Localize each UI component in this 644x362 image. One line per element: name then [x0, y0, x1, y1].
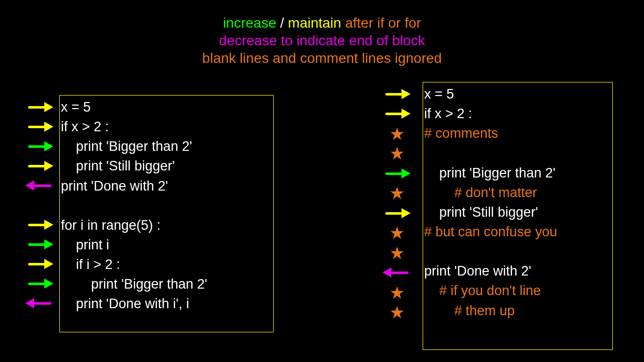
word-increase: increase	[223, 15, 276, 31]
arrow-right-icon	[382, 109, 411, 119]
star-icon: ★	[382, 129, 405, 139]
header: increase / maintain after if or for decr…	[0, 0, 644, 67]
header-line-2: decrease to indicate end of block	[0, 32, 644, 49]
left-gutter	[25, 97, 58, 313]
code-line: # but can confuse you	[424, 222, 612, 242]
code-line: # don't matter	[424, 183, 612, 203]
code-line: # them up	[424, 301, 612, 321]
header-line-1: increase / maintain after if or for	[0, 14, 644, 32]
code-line: x = 5	[424, 84, 612, 104]
arrow-right-icon	[25, 220, 53, 230]
right-gutter: ★★★★★★★	[382, 84, 422, 322]
gutter-marker	[25, 234, 58, 254]
gutter-marker	[25, 195, 58, 215]
gutter-marker	[382, 84, 422, 104]
gutter-marker: ★	[382, 243, 422, 263]
star-icon: ★	[382, 188, 405, 198]
gutter-marker	[25, 175, 58, 195]
left-code-box: x = 5 if x > 2 : print 'Bigger than 2' p…	[59, 95, 274, 332]
star-icon: ★	[382, 228, 405, 238]
header-line-3: blank lines and comment lines ignored	[0, 49, 644, 67]
arrow-right-icon	[382, 208, 411, 218]
gutter-marker	[382, 163, 422, 184]
star-icon: ★	[382, 288, 405, 298]
code-line: print 'Still bigger'	[424, 203, 612, 222]
arrow-left-icon	[25, 180, 53, 191]
star-icon: ★	[382, 248, 405, 258]
gutter-marker	[25, 293, 58, 313]
arrow-right-icon	[25, 259, 53, 269]
code-line: print 'Done with 2'	[424, 261, 612, 281]
word-slash: /	[280, 15, 284, 31]
gutter-marker	[25, 117, 58, 136]
gutter-marker	[382, 104, 422, 124]
word-rest: after if or for	[345, 15, 421, 31]
arrow-right-icon	[25, 279, 53, 289]
code-line: print 'Bigger than 2'	[424, 163, 612, 183]
star-icon: ★	[382, 148, 405, 158]
arrow-right-icon	[25, 122, 53, 132]
gutter-marker	[382, 203, 422, 223]
code-line: if x > 2 :	[424, 104, 612, 124]
arrow-left-icon	[25, 298, 53, 308]
star-icon: ★	[382, 307, 405, 317]
arrow-right-icon	[382, 89, 411, 99]
gutter-marker	[25, 254, 58, 274]
gutter-marker	[25, 97, 58, 117]
gutter-marker: ★	[382, 144, 422, 164]
word-maintain: maintain	[288, 15, 341, 31]
gutter-marker: ★	[382, 124, 422, 144]
gutter-marker	[382, 263, 422, 283]
arrow-right-icon	[382, 168, 411, 178]
gutter-marker	[25, 156, 58, 175]
code-line: # comments	[424, 124, 612, 143]
gutter-marker: ★	[382, 223, 422, 243]
gutter-marker	[25, 274, 58, 293]
gutter-marker	[25, 215, 58, 234]
gutter-marker: ★	[382, 184, 422, 204]
arrow-right-icon	[25, 239, 53, 249]
code-line	[424, 143, 612, 163]
arrow-right-icon	[25, 141, 53, 151]
gutter-marker: ★	[382, 303, 422, 323]
arrow-left-icon	[382, 267, 411, 278]
right-code-box: x = 5if x > 2 :# comments print 'Bigger …	[423, 82, 613, 350]
gutter-marker: ★	[382, 283, 422, 303]
arrow-right-icon	[25, 161, 53, 171]
code-line	[424, 242, 612, 261]
gutter-marker	[25, 136, 58, 156]
code-line: # if you don't line	[424, 281, 612, 301]
arrow-right-icon	[25, 102, 53, 112]
